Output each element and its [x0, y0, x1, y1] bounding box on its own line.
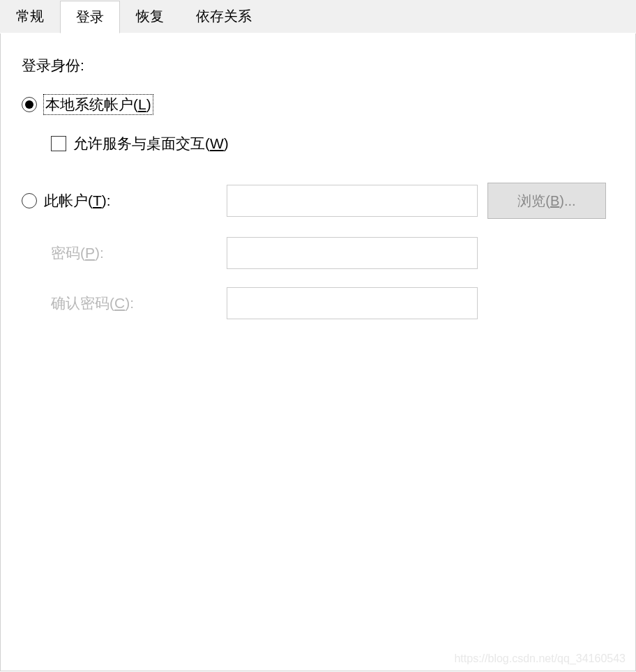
radio-local-system[interactable]: 本地系统帐户(L)	[22, 95, 614, 114]
account-input[interactable]	[227, 185, 478, 217]
tab-general[interactable]: 常规	[0, 0, 60, 33]
checkbox-icon	[51, 136, 66, 151]
account-form: 此帐户(T): 浏览(B)... 密码(P): 确认密码(C):	[22, 183, 614, 319]
radio-icon	[22, 193, 37, 208]
password-input[interactable]	[227, 237, 478, 269]
browse-button[interactable]: 浏览(B)...	[487, 183, 606, 219]
confirm-password-input[interactable]	[227, 287, 478, 319]
checkbox-allow-desktop[interactable]: 允许服务与桌面交互(W)	[51, 134, 614, 153]
checkbox-allow-desktop-label: 允许服务与桌面交互(W)	[73, 134, 229, 153]
tab-recovery[interactable]: 恢复	[120, 0, 180, 33]
radio-this-account-label: 此帐户(T):	[44, 191, 111, 211]
radio-local-system-label: 本地系统帐户(L)	[44, 95, 153, 114]
tab-login[interactable]: 登录	[60, 1, 120, 33]
watermark: https://blog.csdn.net/qq_34160543	[454, 652, 626, 665]
login-panel: 登录身份: 本地系统帐户(L) 允许服务与桌面交互(W) 此帐户(T): 浏览(…	[0, 33, 636, 671]
radio-icon	[22, 97, 37, 112]
login-as-label: 登录身份:	[22, 56, 614, 75]
password-label: 密码(P):	[22, 243, 217, 263]
confirm-password-label: 确认密码(C):	[22, 293, 217, 313]
tab-dependencies[interactable]: 依存关系	[180, 0, 268, 33]
tab-bar: 常规 登录 恢复 依存关系	[0, 0, 636, 33]
radio-this-account[interactable]: 此帐户(T):	[22, 191, 217, 211]
